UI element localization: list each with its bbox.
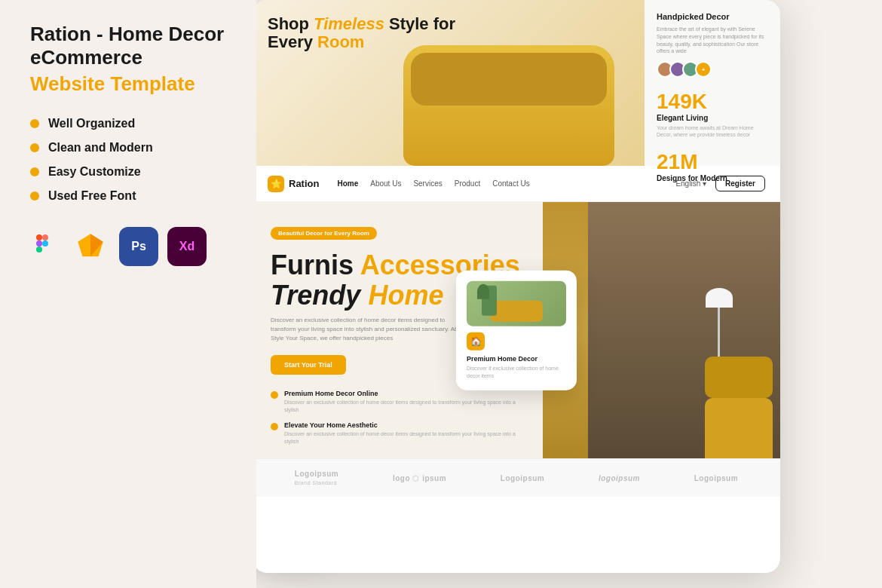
feature-text-1: Premium Home Decor Online Discover an ex… [284, 390, 525, 414]
front-top-left: Shop Timeless Style for Every Room [253, 0, 645, 166]
left-panel: Ration - Home Decor eCommerce Website Te… [0, 0, 256, 588]
title-line1: Ration - Home Decor eCommerce [30, 23, 226, 69]
xd-icon: Xd [167, 227, 207, 266]
photoshop-icon: Ps [119, 227, 158, 266]
feature-label-2: Clean and Modern [48, 141, 153, 155]
stat1-desc: Your dream home awaits at Dream Home Dec… [657, 124, 768, 138]
hero-feature-2: Elevate Your Home Aesthetic Discover an … [271, 421, 525, 446]
nav-product[interactable]: Product [455, 179, 480, 188]
logo-icon: ⭐ [268, 176, 284, 192]
hero-cta-button[interactable]: Start Your Trial [271, 355, 346, 375]
feature-label-4: Used Free Font [48, 189, 136, 203]
bullet-3 [30, 167, 39, 176]
brand-4: logoipsum [599, 474, 640, 482]
hero-description: Discover an exclusive collection of home… [271, 316, 467, 343]
sketch-icon [71, 227, 110, 266]
top-title-overlay: Shop Timeless Style for Every Room [268, 15, 455, 51]
figma-icon [23, 227, 62, 266]
top-title-line2: Every Room [268, 33, 455, 51]
feature-3: Easy Customize [30, 165, 226, 179]
nav-logo: ⭐ Ration [268, 176, 319, 192]
feature-2: Clean and Modern [30, 141, 226, 155]
feature-dot-2 [271, 423, 278, 430]
tool-icons-row: Ps Xd [23, 227, 226, 266]
feature-title-1: Premium Home Decor Online [284, 390, 525, 397]
premium-card-text: Discover if exclusive collection of home… [467, 365, 566, 380]
handpicked-title: Handpicked Decor [657, 12, 768, 21]
top-title: Shop Timeless Style for [268, 15, 455, 33]
feature-4: Used Free Font [30, 189, 226, 203]
nav-links: Home About Us Services Product Contact U… [337, 179, 675, 188]
svg-rect-3 [36, 247, 42, 253]
plant-leaf-1 [477, 284, 489, 299]
ps-label: Ps [131, 240, 146, 253]
sofa-mini-card [490, 301, 543, 322]
nav-home[interactable]: Home [337, 179, 358, 188]
feature-text-2: Elevate Your Home Aesthetic Discover an … [284, 421, 525, 446]
floor-lamp-shade [706, 288, 733, 308]
brand-1: LogoipsumBrand Standard [295, 470, 338, 486]
premium-card: 🏠 Premium Home Decor Discover if exclusi… [456, 271, 577, 390]
chair-seat [705, 398, 773, 458]
features-list: Well Organized Clean and Modern Easy Cus… [30, 117, 226, 203]
stat1-label: Elegant Living [657, 114, 768, 122]
brand-3: Logoipsum [501, 474, 544, 482]
hero-features: Premium Home Decor Online Discover an ex… [271, 390, 525, 445]
bullet-4 [30, 191, 39, 201]
feature-dot-1 [271, 391, 278, 399]
hero-image-right [543, 202, 780, 458]
main-mockup: Shop Timeless Style for Every Room Handp… [253, 0, 780, 573]
nav-language[interactable]: English ▾ [675, 179, 706, 188]
top-every: Every [268, 32, 313, 51]
brand-2: logo ⬡ ipsum [393, 474, 446, 482]
hero-section: Beautiful Decor for Every Room Furnis Ac… [253, 202, 780, 458]
brand-5: Logoipsum [694, 474, 738, 482]
avatar-row: + [657, 61, 768, 78]
feature-1: Well Organized [30, 117, 226, 130]
feature-label-1: Well Organized [48, 117, 135, 130]
nav-register-button[interactable]: Register [715, 176, 765, 191]
feature-title-2: Elevate Your Home Aesthetic [284, 421, 525, 429]
brands-strip: LogoipsumBrand Standard logo ⬡ ipsum Log… [253, 458, 780, 497]
stat1-num: 149K [657, 90, 768, 114]
logo-text: Ration [289, 178, 319, 189]
nav-contact[interactable]: Contact Us [492, 179, 529, 188]
premium-card-image [467, 281, 566, 326]
sofa-back-cushion [411, 53, 607, 106]
premium-card-title: Premium Home Decor [467, 355, 566, 363]
feature-desc-2: Discover an exclusive collection of home… [284, 430, 525, 446]
xd-label: Xd [179, 240, 194, 253]
svg-point-4 [42, 240, 48, 247]
nav-about[interactable]: About Us [370, 179, 401, 188]
nav-services[interactable]: Services [413, 179, 442, 188]
svg-rect-2 [36, 240, 42, 247]
front-top-section: Shop Timeless Style for Every Room Handp… [253, 0, 780, 166]
bullet-2 [30, 143, 39, 152]
top-room: Room [317, 32, 364, 51]
chair-back-rest [705, 357, 773, 398]
feature-label-3: Easy Customize [48, 165, 141, 179]
lang-text: English [675, 179, 700, 188]
svg-rect-0 [36, 234, 42, 240]
sofa-container [403, 45, 614, 166]
feature-desc-1: Discover an exclusive collection of home… [284, 399, 525, 414]
hero-badge: Beautiful Decor for Every Room [271, 227, 377, 240]
nav-right: English ▾ Register [675, 176, 765, 191]
premium-card-icon: 🏠 [467, 332, 485, 351]
hero-title-home: Home [368, 280, 443, 311]
hero-feature-1: Premium Home Decor Online Discover an ex… [271, 390, 525, 414]
hero-title-furnis: Furnis [271, 250, 354, 280]
stats-area: 149K Elegant Living Your dream home awai… [657, 90, 768, 182]
bullet-1 [30, 119, 39, 128]
svg-rect-1 [42, 234, 48, 240]
top-title-italic: Timeless [314, 14, 384, 33]
top-title-p2: Style for [389, 14, 455, 33]
front-top-right: Handpicked Decor Embrace the art of eleg… [645, 0, 780, 166]
sofa-main [403, 45, 614, 166]
av-plus: + [695, 61, 712, 78]
hero-title-trendy: Trendy [271, 280, 360, 311]
title-line2: Website Template [30, 72, 226, 96]
main-title: Ration - Home Decor eCommerce Website Te… [30, 23, 226, 96]
handpicked-text: Embrace the art of elegant by with Seren… [657, 26, 768, 55]
stat2-num: 21M [657, 150, 768, 174]
